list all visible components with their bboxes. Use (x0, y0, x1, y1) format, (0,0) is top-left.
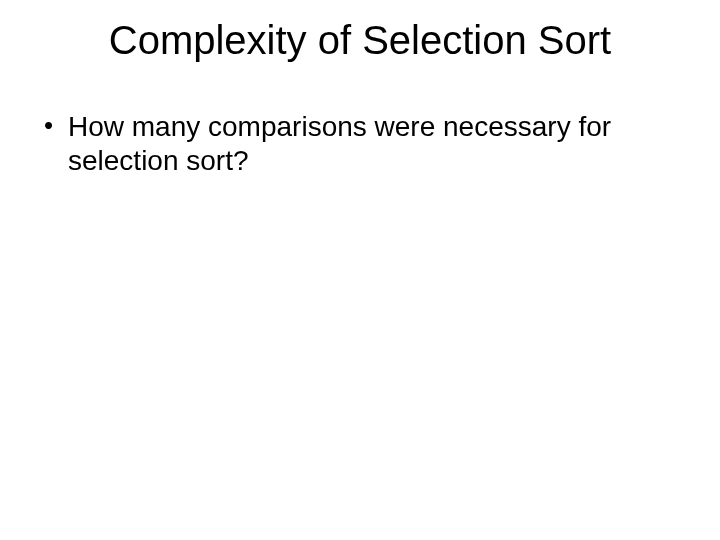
slide-body: How many comparisons were necessary for … (40, 110, 660, 178)
slide-title: Complexity of Selection Sort (0, 18, 720, 63)
list-item: How many comparisons were necessary for … (40, 110, 660, 178)
bullet-list: How many comparisons were necessary for … (40, 110, 660, 178)
bullet-text: How many comparisons were necessary for … (68, 111, 611, 176)
slide: Complexity of Selection Sort How many co… (0, 0, 720, 540)
